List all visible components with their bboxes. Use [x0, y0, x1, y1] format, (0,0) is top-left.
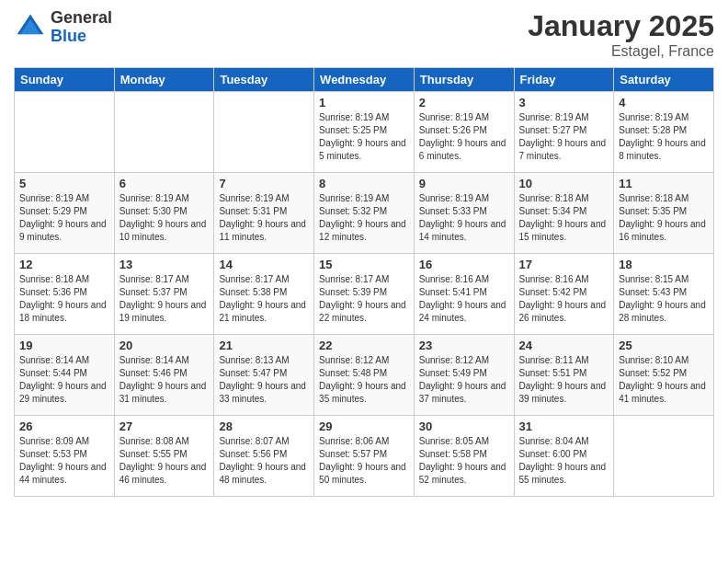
day-number: 15 [319, 258, 409, 271]
day-cell: 1Sunrise: 8:19 AM Sunset: 5:25 PM Daylig… [314, 92, 415, 173]
week-row: 26Sunrise: 8:09 AM Sunset: 5:53 PM Dayli… [15, 416, 714, 497]
day-cell: 5Sunrise: 8:19 AM Sunset: 5:29 PM Daylig… [15, 173, 115, 254]
day-number: 26 [19, 419, 109, 433]
title-block: January 2025 Estagel, France [528, 9, 714, 60]
day-info: Sunrise: 8:04 AM Sunset: 6:00 PM Dayligh… [519, 435, 609, 487]
day-info: Sunrise: 8:15 AM Sunset: 5:43 PM Dayligh… [619, 273, 709, 325]
logo-text: General Blue [51, 9, 112, 46]
day-info: Sunrise: 8:05 AM Sunset: 5:58 PM Dayligh… [419, 435, 509, 487]
week-row: 19Sunrise: 8:14 AM Sunset: 5:44 PM Dayli… [15, 335, 714, 416]
logo-icon [14, 11, 47, 44]
header: General Blue January 2025 Estagel, Franc… [14, 9, 714, 60]
day-cell: 6Sunrise: 8:19 AM Sunset: 5:30 PM Daylig… [114, 173, 214, 254]
day-info: Sunrise: 8:19 AM Sunset: 5:29 PM Dayligh… [19, 192, 109, 244]
week-row: 1Sunrise: 8:19 AM Sunset: 5:25 PM Daylig… [15, 92, 714, 173]
day-info: Sunrise: 8:19 AM Sunset: 5:26 PM Dayligh… [419, 111, 509, 163]
day-cell: 16Sunrise: 8:16 AM Sunset: 5:41 PM Dayli… [414, 254, 514, 335]
day-number: 11 [619, 177, 709, 190]
day-cell: 25Sunrise: 8:10 AM Sunset: 5:52 PM Dayli… [614, 335, 714, 416]
calendar: SundayMondayTuesdayWednesdayThursdayFrid… [14, 67, 714, 497]
weekday-header-row: SundayMondayTuesdayWednesdayThursdayFrid… [15, 68, 714, 92]
day-info: Sunrise: 8:17 AM Sunset: 5:37 PM Dayligh… [119, 273, 210, 325]
day-cell: 17Sunrise: 8:16 AM Sunset: 5:42 PM Dayli… [514, 254, 614, 335]
day-number: 20 [119, 339, 210, 352]
day-number: 2 [419, 96, 509, 109]
day-info: Sunrise: 8:19 AM Sunset: 5:31 PM Dayligh… [219, 192, 309, 244]
day-info: Sunrise: 8:18 AM Sunset: 5:36 PM Dayligh… [19, 273, 109, 325]
day-info: Sunrise: 8:19 AM Sunset: 5:27 PM Dayligh… [519, 111, 609, 163]
day-cell: 11Sunrise: 8:18 AM Sunset: 5:35 PM Dayli… [614, 173, 714, 254]
day-number: 28 [219, 419, 309, 433]
day-cell [214, 92, 314, 173]
day-info: Sunrise: 8:14 AM Sunset: 5:44 PM Dayligh… [19, 354, 109, 406]
day-info: Sunrise: 8:09 AM Sunset: 5:53 PM Dayligh… [19, 435, 109, 487]
day-number: 16 [419, 258, 509, 271]
weekday-header: Monday [114, 68, 214, 92]
day-number: 23 [419, 339, 509, 352]
day-cell: 7Sunrise: 8:19 AM Sunset: 5:31 PM Daylig… [214, 173, 314, 254]
weekday-header: Saturday [614, 68, 714, 92]
day-info: Sunrise: 8:19 AM Sunset: 5:25 PM Dayligh… [319, 111, 409, 163]
day-cell [15, 92, 115, 173]
page: General Blue January 2025 Estagel, Franc… [0, 0, 728, 563]
day-cell: 22Sunrise: 8:12 AM Sunset: 5:48 PM Dayli… [314, 335, 415, 416]
day-info: Sunrise: 8:17 AM Sunset: 5:38 PM Dayligh… [219, 273, 309, 325]
day-number: 22 [319, 339, 409, 352]
day-info: Sunrise: 8:11 AM Sunset: 5:51 PM Dayligh… [519, 354, 609, 406]
day-info: Sunrise: 8:07 AM Sunset: 5:56 PM Dayligh… [219, 435, 309, 487]
month-title: January 2025 [528, 9, 714, 43]
day-cell: 18Sunrise: 8:15 AM Sunset: 5:43 PM Dayli… [614, 254, 714, 335]
day-info: Sunrise: 8:17 AM Sunset: 5:39 PM Dayligh… [319, 273, 409, 325]
day-info: Sunrise: 8:06 AM Sunset: 5:57 PM Dayligh… [319, 435, 409, 487]
day-info: Sunrise: 8:19 AM Sunset: 5:30 PM Dayligh… [119, 192, 210, 244]
day-number: 12 [19, 258, 109, 271]
day-cell: 3Sunrise: 8:19 AM Sunset: 5:27 PM Daylig… [514, 92, 614, 173]
day-info: Sunrise: 8:12 AM Sunset: 5:49 PM Dayligh… [419, 354, 509, 406]
day-cell: 8Sunrise: 8:19 AM Sunset: 5:32 PM Daylig… [314, 173, 415, 254]
day-cell: 2Sunrise: 8:19 AM Sunset: 5:26 PM Daylig… [414, 92, 514, 173]
day-cell [114, 92, 214, 173]
day-info: Sunrise: 8:19 AM Sunset: 5:32 PM Dayligh… [319, 192, 409, 244]
day-number: 4 [619, 96, 709, 109]
week-row: 12Sunrise: 8:18 AM Sunset: 5:36 PM Dayli… [15, 254, 714, 335]
day-cell: 13Sunrise: 8:17 AM Sunset: 5:37 PM Dayli… [114, 254, 214, 335]
day-cell: 21Sunrise: 8:13 AM Sunset: 5:47 PM Dayli… [214, 335, 314, 416]
day-number: 25 [619, 339, 709, 352]
day-number: 30 [419, 419, 509, 433]
day-number: 1 [319, 96, 409, 109]
day-cell: 24Sunrise: 8:11 AM Sunset: 5:51 PM Dayli… [514, 335, 614, 416]
day-cell: 29Sunrise: 8:06 AM Sunset: 5:57 PM Dayli… [314, 416, 415, 497]
day-number: 5 [19, 177, 109, 190]
weekday-header: Tuesday [214, 68, 314, 92]
day-cell: 9Sunrise: 8:19 AM Sunset: 5:33 PM Daylig… [414, 173, 514, 254]
day-cell: 14Sunrise: 8:17 AM Sunset: 5:38 PM Dayli… [214, 254, 314, 335]
logo-blue-label: Blue [51, 28, 112, 46]
logo-general-label: General [51, 9, 112, 28]
weekday-header: Wednesday [314, 68, 415, 92]
day-number: 18 [619, 258, 709, 271]
day-number: 21 [219, 339, 309, 352]
day-info: Sunrise: 8:08 AM Sunset: 5:55 PM Dayligh… [119, 435, 210, 487]
day-info: Sunrise: 8:14 AM Sunset: 5:46 PM Dayligh… [119, 354, 210, 406]
day-number: 19 [19, 339, 109, 352]
day-number: 14 [219, 258, 309, 271]
day-number: 29 [319, 419, 409, 433]
location-title: Estagel, France [528, 43, 714, 60]
day-number: 9 [419, 177, 509, 190]
day-info: Sunrise: 8:19 AM Sunset: 5:28 PM Dayligh… [619, 111, 709, 163]
day-cell: 10Sunrise: 8:18 AM Sunset: 5:34 PM Dayli… [514, 173, 614, 254]
day-cell: 31Sunrise: 8:04 AM Sunset: 6:00 PM Dayli… [514, 416, 614, 497]
day-number: 3 [519, 96, 609, 109]
day-number: 13 [119, 258, 210, 271]
day-number: 6 [119, 177, 210, 190]
day-cell: 28Sunrise: 8:07 AM Sunset: 5:56 PM Dayli… [214, 416, 314, 497]
week-row: 5Sunrise: 8:19 AM Sunset: 5:29 PM Daylig… [15, 173, 714, 254]
day-number: 8 [319, 177, 409, 190]
day-number: 10 [519, 177, 609, 190]
day-info: Sunrise: 8:13 AM Sunset: 5:47 PM Dayligh… [219, 354, 309, 406]
day-number: 31 [519, 419, 609, 433]
day-cell: 4Sunrise: 8:19 AM Sunset: 5:28 PM Daylig… [614, 92, 714, 173]
weekday-header: Sunday [15, 68, 115, 92]
day-cell: 23Sunrise: 8:12 AM Sunset: 5:49 PM Dayli… [414, 335, 514, 416]
day-info: Sunrise: 8:10 AM Sunset: 5:52 PM Dayligh… [619, 354, 709, 406]
